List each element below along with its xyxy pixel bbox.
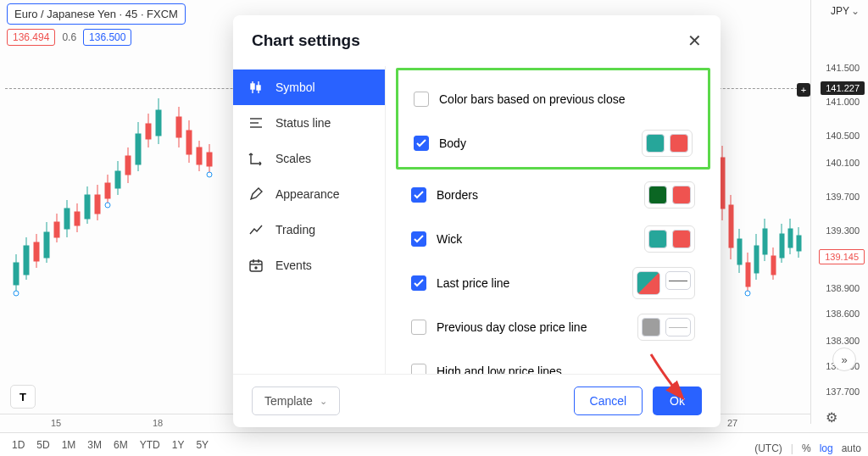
y-tick: 138.300 (826, 336, 860, 346)
svg-rect-65 (257, 86, 260, 90)
y-tick: 138.600 (826, 309, 860, 319)
borders-up-color[interactable] (648, 186, 667, 204)
symbol-bar: Euro / Japanese Yen · 45 · FXCM (7, 3, 186, 25)
tradingview-logo[interactable]: T (10, 385, 36, 409)
log-toggle[interactable]: log (820, 442, 833, 454)
checkbox-color-prev-close[interactable] (414, 92, 429, 107)
borders-down-color[interactable] (672, 186, 691, 204)
y-tick: 137.700 (826, 386, 860, 397)
checkbox-last-price[interactable] (411, 275, 426, 291)
checkbox-prev-day-close[interactable] (411, 320, 426, 335)
checkbox-borders[interactable] (411, 187, 426, 203)
body-down-color[interactable] (670, 134, 688, 153)
svg-point-61 (745, 291, 750, 296)
checkbox-wick[interactable] (411, 231, 426, 247)
gear-icon[interactable]: ⚙ (826, 409, 837, 425)
sidebar-item-symbol[interactable]: Symbol (233, 70, 385, 105)
axis-tools: (UTC) | % log auto (754, 442, 861, 454)
y-tick: 138.900 (826, 283, 860, 293)
y-tick: 139.300 (826, 225, 860, 236)
currency-dropdown[interactable]: JPY (831, 5, 860, 17)
last-price-color[interactable] (637, 271, 660, 295)
svg-point-38 (105, 203, 110, 208)
svg-rect-63 (251, 84, 254, 89)
sidebar-item-label: Status line (275, 116, 331, 130)
interval-1m[interactable]: 1M (57, 436, 81, 454)
sidebar-item-label: Symbol (275, 81, 315, 94)
prev-day-line-style[interactable] (665, 318, 691, 336)
body-up-color[interactable] (646, 134, 665, 153)
candlestick-chart-left (5, 25, 234, 398)
interval-1d[interactable]: 1D (7, 436, 30, 454)
wick-down-color[interactable] (672, 230, 691, 248)
sidebar-item-label: Events (275, 259, 312, 272)
prev-day-color[interactable] (642, 318, 660, 336)
close-icon[interactable]: ✕ (687, 31, 702, 51)
annotation-highlight: Color bars based on previous close Body (396, 68, 710, 170)
label-prev-day-close: Previous day close price line (437, 320, 587, 334)
utc-label[interactable]: (UTC) (754, 442, 782, 454)
chart-settings-modal: Chart settings ✕ SymbolStatus lineScales… (233, 15, 721, 427)
settings-content: Color bars based on previous close Body (386, 66, 721, 374)
symbol-title[interactable]: Euro / Japanese Yen · 45 · FXCM (7, 3, 186, 25)
axes-icon (248, 151, 264, 166)
sidebar-item-status-line[interactable]: Status line (233, 105, 385, 141)
interval-1y[interactable]: 1Y (167, 436, 190, 454)
y-tick: 139.700 (826, 192, 860, 202)
svg-point-73 (255, 267, 257, 269)
candlestick-chart-right (717, 25, 810, 398)
last-price-line-style[interactable] (665, 271, 691, 290)
y-tick: 140.100 (826, 158, 860, 168)
y-tick: 141.500 (826, 63, 860, 73)
svg-point-40 (207, 172, 212, 177)
label-last-price: Last price line (437, 276, 509, 290)
interval-ytd[interactable]: YTD (135, 436, 165, 454)
label-borders: Borders (437, 188, 478, 202)
sidebar-item-label: Trading (275, 223, 315, 236)
interval-bar: 1D5D1M3M6MYTD1Y5Y (0, 432, 868, 456)
interval-5y[interactable]: 5Y (191, 436, 214, 454)
ok-button[interactable]: Ok (653, 386, 702, 415)
label-wick: Wick (437, 232, 462, 246)
cancel-button[interactable]: Cancel (574, 386, 643, 415)
chevron-down-icon: ⌄ (320, 396, 327, 407)
x-tick: 15 (51, 418, 61, 428)
checkbox-body[interactable] (414, 136, 429, 151)
settings-sidebar: SymbolStatus lineScalesAppearanceTrading… (233, 66, 386, 374)
modal-title: Chart settings (252, 31, 360, 50)
label-high-low: High and low price lines (437, 364, 562, 374)
pen-icon (248, 186, 264, 202)
sidebar-item-label: Appearance (275, 187, 340, 201)
expand-icon[interactable]: » (832, 348, 856, 371)
x-tick: 27 (727, 418, 737, 428)
sidebar-item-trading[interactable]: Trading (233, 212, 385, 247)
y-highlight-last: 139.145 (819, 249, 865, 264)
interval-5d[interactable]: 5D (31, 436, 54, 454)
interval-6m[interactable]: 6M (108, 436, 133, 454)
lines-icon (248, 115, 264, 131)
sidebar-item-events[interactable]: Events (233, 247, 385, 283)
percent-toggle[interactable]: % (802, 442, 811, 454)
calendar-icon (248, 258, 264, 273)
sidebar-item-appearance[interactable]: Appearance (233, 176, 385, 212)
x-tick: 18 (153, 418, 163, 428)
y-tick: 140.500 (826, 131, 860, 141)
y-tick: 141.000 (826, 97, 860, 107)
label-color-prev-close: Color bars based on previous close (439, 92, 625, 106)
auto-toggle[interactable]: auto (842, 442, 861, 454)
wick-up-color[interactable] (648, 230, 667, 248)
template-dropdown[interactable]: Template ⌄ (252, 386, 340, 415)
svg-point-39 (14, 291, 19, 296)
checkbox-high-low[interactable] (411, 364, 426, 374)
svg-rect-69 (250, 261, 262, 271)
sidebar-item-scales[interactable]: Scales (233, 141, 385, 176)
candles-icon (248, 80, 264, 95)
y-highlight-dark: 141.227 (821, 81, 865, 95)
label-body: Body (439, 136, 466, 150)
trend-icon (248, 222, 264, 237)
sidebar-item-label: Scales (275, 152, 311, 165)
interval-3m[interactable]: 3M (82, 436, 107, 454)
